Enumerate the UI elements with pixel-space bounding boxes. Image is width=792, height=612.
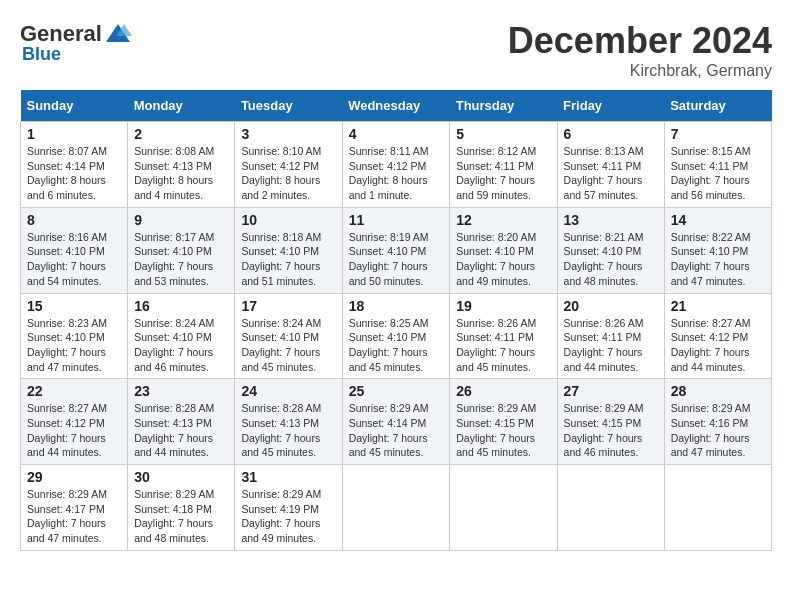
daylight-label: Daylight: 7 hours and 44 minutes. — [27, 432, 106, 459]
sunrise-label: Sunrise: 8:07 AM — [27, 145, 107, 157]
calendar-day-cell: 6 Sunrise: 8:13 AM Sunset: 4:11 PM Dayli… — [557, 122, 664, 208]
calendar-day-cell: 25 Sunrise: 8:29 AM Sunset: 4:14 PM Dayl… — [342, 379, 450, 465]
sunrise-label: Sunrise: 8:13 AM — [564, 145, 644, 157]
sunrise-label: Sunrise: 8:29 AM — [349, 402, 429, 414]
day-number: 2 — [134, 126, 228, 142]
sunset-label: Sunset: 4:16 PM — [671, 417, 749, 429]
sunset-label: Sunset: 4:17 PM — [27, 503, 105, 515]
calendar-day-cell: 26 Sunrise: 8:29 AM Sunset: 4:15 PM Dayl… — [450, 379, 557, 465]
calendar-day-cell: 29 Sunrise: 8:29 AM Sunset: 4:17 PM Dayl… — [21, 465, 128, 551]
sunset-label: Sunset: 4:10 PM — [349, 245, 427, 257]
day-number: 5 — [456, 126, 550, 142]
empty-cell — [664, 465, 771, 551]
day-info: Sunrise: 8:29 AM Sunset: 4:19 PM Dayligh… — [241, 487, 335, 546]
day-number: 8 — [27, 212, 121, 228]
sunrise-label: Sunrise: 8:29 AM — [671, 402, 751, 414]
day-number: 12 — [456, 212, 550, 228]
sunset-label: Sunset: 4:13 PM — [134, 417, 212, 429]
day-info: Sunrise: 8:10 AM Sunset: 4:12 PM Dayligh… — [241, 144, 335, 203]
daylight-label: Daylight: 7 hours and 49 minutes. — [456, 260, 535, 287]
empty-cell — [342, 465, 450, 551]
col-header-sunday: Sunday — [21, 90, 128, 122]
day-info: Sunrise: 8:17 AM Sunset: 4:10 PM Dayligh… — [134, 230, 228, 289]
sunset-label: Sunset: 4:12 PM — [241, 160, 319, 172]
day-info: Sunrise: 8:11 AM Sunset: 4:12 PM Dayligh… — [349, 144, 444, 203]
day-info: Sunrise: 8:13 AM Sunset: 4:11 PM Dayligh… — [564, 144, 658, 203]
sunrise-label: Sunrise: 8:16 AM — [27, 231, 107, 243]
day-number: 14 — [671, 212, 765, 228]
calendar-day-cell: 7 Sunrise: 8:15 AM Sunset: 4:11 PM Dayli… — [664, 122, 771, 208]
day-number: 1 — [27, 126, 121, 142]
sunset-label: Sunset: 4:10 PM — [27, 331, 105, 343]
daylight-label: Daylight: 7 hours and 56 minutes. — [671, 174, 750, 201]
day-number: 10 — [241, 212, 335, 228]
calendar-day-cell: 3 Sunrise: 8:10 AM Sunset: 4:12 PM Dayli… — [235, 122, 342, 208]
sunset-label: Sunset: 4:10 PM — [134, 245, 212, 257]
sunset-label: Sunset: 4:11 PM — [564, 160, 642, 172]
day-number: 7 — [671, 126, 765, 142]
calendar-day-cell: 1 Sunrise: 8:07 AM Sunset: 4:14 PM Dayli… — [21, 122, 128, 208]
sunrise-label: Sunrise: 8:26 AM — [564, 317, 644, 329]
daylight-label: Daylight: 7 hours and 48 minutes. — [564, 260, 643, 287]
daylight-label: Daylight: 7 hours and 46 minutes. — [564, 432, 643, 459]
day-info: Sunrise: 8:29 AM Sunset: 4:15 PM Dayligh… — [456, 401, 550, 460]
col-header-tuesday: Tuesday — [235, 90, 342, 122]
sunrise-label: Sunrise: 8:24 AM — [241, 317, 321, 329]
calendar-day-cell: 9 Sunrise: 8:17 AM Sunset: 4:10 PM Dayli… — [128, 207, 235, 293]
col-header-monday: Monday — [128, 90, 235, 122]
calendar-day-cell: 22 Sunrise: 8:27 AM Sunset: 4:12 PM Dayl… — [21, 379, 128, 465]
calendar-week-row: 1 Sunrise: 8:07 AM Sunset: 4:14 PM Dayli… — [21, 122, 772, 208]
sunrise-label: Sunrise: 8:24 AM — [134, 317, 214, 329]
sunrise-label: Sunrise: 8:19 AM — [349, 231, 429, 243]
calendar-day-cell: 5 Sunrise: 8:12 AM Sunset: 4:11 PM Dayli… — [450, 122, 557, 208]
sunset-label: Sunset: 4:10 PM — [241, 245, 319, 257]
day-info: Sunrise: 8:12 AM Sunset: 4:11 PM Dayligh… — [456, 144, 550, 203]
daylight-label: Daylight: 7 hours and 54 minutes. — [27, 260, 106, 287]
page-header: General Blue December 2024 Kirchbrak, Ge… — [20, 20, 772, 80]
calendar-day-cell: 10 Sunrise: 8:18 AM Sunset: 4:10 PM Dayl… — [235, 207, 342, 293]
day-info: Sunrise: 8:26 AM Sunset: 4:11 PM Dayligh… — [564, 316, 658, 375]
sunset-label: Sunset: 4:15 PM — [564, 417, 642, 429]
day-number: 11 — [349, 212, 444, 228]
day-info: Sunrise: 8:22 AM Sunset: 4:10 PM Dayligh… — [671, 230, 765, 289]
day-number: 24 — [241, 383, 335, 399]
day-number: 26 — [456, 383, 550, 399]
month-title: December 2024 — [508, 20, 772, 62]
daylight-label: Daylight: 7 hours and 46 minutes. — [134, 346, 213, 373]
day-info: Sunrise: 8:24 AM Sunset: 4:10 PM Dayligh… — [134, 316, 228, 375]
daylight-label: Daylight: 8 hours and 1 minute. — [349, 174, 428, 201]
day-info: Sunrise: 8:21 AM Sunset: 4:10 PM Dayligh… — [564, 230, 658, 289]
day-number: 3 — [241, 126, 335, 142]
location: Kirchbrak, Germany — [508, 62, 772, 80]
sunrise-label: Sunrise: 8:25 AM — [349, 317, 429, 329]
day-number: 25 — [349, 383, 444, 399]
calendar-day-cell: 15 Sunrise: 8:23 AM Sunset: 4:10 PM Dayl… — [21, 293, 128, 379]
calendar-day-cell: 8 Sunrise: 8:16 AM Sunset: 4:10 PM Dayli… — [21, 207, 128, 293]
sunrise-label: Sunrise: 8:27 AM — [27, 402, 107, 414]
daylight-label: Daylight: 8 hours and 2 minutes. — [241, 174, 320, 201]
day-number: 20 — [564, 298, 658, 314]
day-number: 29 — [27, 469, 121, 485]
sunset-label: Sunset: 4:15 PM — [456, 417, 534, 429]
daylight-label: Daylight: 8 hours and 4 minutes. — [134, 174, 213, 201]
sunset-label: Sunset: 4:10 PM — [671, 245, 749, 257]
calendar-week-row: 8 Sunrise: 8:16 AM Sunset: 4:10 PM Dayli… — [21, 207, 772, 293]
empty-cell — [557, 465, 664, 551]
day-info: Sunrise: 8:29 AM Sunset: 4:16 PM Dayligh… — [671, 401, 765, 460]
daylight-label: Daylight: 7 hours and 45 minutes. — [241, 346, 320, 373]
sunset-label: Sunset: 4:10 PM — [241, 331, 319, 343]
sunset-label: Sunset: 4:11 PM — [456, 160, 534, 172]
calendar-day-cell: 12 Sunrise: 8:20 AM Sunset: 4:10 PM Dayl… — [450, 207, 557, 293]
sunset-label: Sunset: 4:13 PM — [134, 160, 212, 172]
day-number: 18 — [349, 298, 444, 314]
sunset-label: Sunset: 4:12 PM — [27, 417, 105, 429]
calendar-day-cell: 28 Sunrise: 8:29 AM Sunset: 4:16 PM Dayl… — [664, 379, 771, 465]
day-number: 16 — [134, 298, 228, 314]
calendar-day-cell: 11 Sunrise: 8:19 AM Sunset: 4:10 PM Dayl… — [342, 207, 450, 293]
daylight-label: Daylight: 7 hours and 47 minutes. — [671, 432, 750, 459]
sunrise-label: Sunrise: 8:29 AM — [564, 402, 644, 414]
calendar-day-cell: 30 Sunrise: 8:29 AM Sunset: 4:18 PM Dayl… — [128, 465, 235, 551]
sunrise-label: Sunrise: 8:28 AM — [134, 402, 214, 414]
day-number: 17 — [241, 298, 335, 314]
sunrise-label: Sunrise: 8:15 AM — [671, 145, 751, 157]
